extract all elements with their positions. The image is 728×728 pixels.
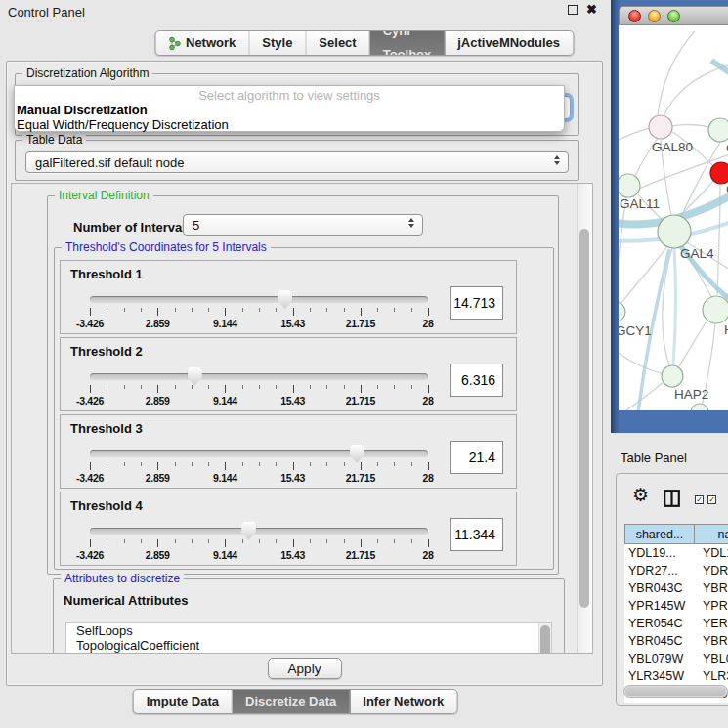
network-edge (621, 246, 667, 304)
attribute-item-topologicalcoefficient[interactable]: TopologicalCoefficient (66, 638, 551, 653)
threshold-slider[interactable]: -3.4262.8599.14415.4321.71528 (90, 415, 428, 490)
slider-scale-labels: -3.4262.8599.14415.4321.71528 (90, 472, 428, 484)
column-layout-icon[interactable] (664, 490, 680, 507)
tab-jactivemnodules[interactable]: jActiveMNodules (445, 31, 573, 55)
close-icon[interactable]: ✖ (586, 5, 597, 15)
table-row[interactable]: YER054CYER0 (624, 615, 728, 632)
scale-label: 21.715 (346, 395, 375, 407)
table-data-combobox[interactable]: galFiltered.sif default node (25, 151, 569, 173)
network-node[interactable] (649, 115, 672, 139)
slider-thumb-icon[interactable] (350, 445, 364, 463)
scale-label: 2.859 (146, 318, 170, 329)
table-row[interactable]: YBR043CYBR0 (624, 579, 728, 597)
cell-shared-name: YPR145W (624, 597, 695, 615)
tab-label-style: Style (262, 31, 292, 55)
table-row[interactable]: YDL19...YDL1 (624, 544, 728, 562)
tab-cyni-toolbox[interactable]: Cyni Toolbox (370, 31, 446, 55)
tab-label-network: Network (186, 31, 236, 55)
table-row[interactable]: YBR045CYBR0 (624, 632, 728, 650)
scale-label: -3.426 (76, 549, 104, 561)
scrollbar-thumb[interactable] (625, 687, 726, 696)
numerical-attributes-list: SelfLoopsTopologicalCoefficientBetweenne… (65, 622, 552, 654)
slider-track[interactable] (90, 528, 428, 535)
threshold-slider[interactable]: -3.4262.8599.14415.4321.71528 (90, 261, 428, 335)
table-horizontal-scrollbar[interactable] (623, 685, 728, 698)
combo-stepper-icon[interactable] (408, 218, 414, 228)
checked-checkbox-icon[interactable]: ✓ (707, 495, 716, 504)
threshold-slider[interactable]: -3.4262.8599.14415.4321.71528 (90, 492, 428, 567)
cell-name: YPR1 (695, 597, 728, 615)
scale-label: 28 (422, 549, 433, 561)
attributes-list-scrollbar[interactable] (538, 623, 551, 654)
apply-button[interactable]: Apply (268, 658, 342, 679)
network-node[interactable] (658, 215, 691, 248)
minimize-traffic-light-icon[interactable] (648, 10, 661, 22)
algorithm-dropdown-popup: Select algorithm to view settings Manual… (14, 85, 565, 132)
slider-track[interactable] (90, 373, 428, 380)
scrollbar-thumb[interactable] (579, 229, 589, 608)
threshold-value-field[interactable]: 11.344 (450, 518, 503, 551)
float-window-icon[interactable] (568, 5, 578, 15)
close-traffic-light-icon[interactable] (628, 10, 641, 22)
network-graph[interactable]: GAL80GACGAL11GAL4GCY1HHAP2 (619, 25, 728, 410)
threshold-slider[interactable]: -3.4262.8599.14415.4321.71528 (90, 338, 428, 412)
column-header-name[interactable]: na (695, 524, 728, 544)
zoom-traffic-light-icon[interactable] (667, 10, 680, 22)
network-window-titlebar[interactable] (619, 6, 728, 25)
attribute-item-selfloops[interactable]: SelfLoops (66, 623, 551, 638)
threshold-value-field[interactable]: 14.713 (450, 286, 503, 320)
slider-thumb-icon[interactable] (188, 367, 202, 386)
tab-label-jactivemnodules: jActiveMNodules (457, 31, 560, 55)
number-of-intervals-combobox[interactable]: 5 (183, 214, 423, 236)
settings-vertical-scrollbar[interactable] (577, 184, 592, 653)
scale-label: 21.715 (346, 472, 375, 484)
checked-checkbox-icon[interactable]: ✓ (695, 495, 704, 504)
algorithm-option-equal-width-frequency-discretization[interactable]: Equal Width/Frequency Discretization (15, 117, 564, 132)
tab-network[interactable]: Network (155, 31, 249, 55)
tab-discretize-data[interactable]: Discretize Data (233, 690, 350, 713)
network-node[interactable] (619, 302, 625, 321)
threshold-panel-4: Threshold 4-3.4262.8599.14415.4321.71528… (60, 492, 517, 566)
column-header-shared[interactable]: shared... (624, 524, 695, 544)
table-row[interactable]: YPR145WYPR1 (624, 597, 728, 615)
network-edge (619, 348, 664, 374)
network-node-label: HAP2 (674, 387, 708, 402)
threshold-value-field[interactable]: 21.4 (450, 441, 503, 474)
threshold-value-field[interactable]: 6.316 (450, 364, 503, 397)
table-data-combobox-value: galFiltered.sif default node (35, 155, 184, 170)
network-node[interactable] (619, 174, 640, 197)
attribute-item-betweennesscentrality[interactable]: BetweennessCentrality (66, 653, 551, 654)
numerical-attributes-label: Numerical Attributes (64, 593, 188, 608)
scale-label: 2.859 (146, 395, 170, 407)
cell-shared-name: YER054C (624, 615, 695, 632)
table-panel-title: Table Panel (621, 450, 687, 465)
table-row[interactable]: YLR345WYLR3 (624, 667, 728, 685)
table-row[interactable]: YDR27...YDR2 (624, 562, 728, 579)
network-node[interactable] (710, 162, 728, 184)
cell-name: YDR2 (695, 562, 728, 579)
network-view-canvas[interactable]: GAL80GACGAL11GAL4GCY1HHAP2 (619, 25, 728, 410)
network-node[interactable] (691, 404, 708, 410)
slider-track[interactable] (90, 450, 428, 457)
network-thick-edge (673, 248, 676, 365)
network-window-frame[interactable]: GAL80GACGAL11GAL4GCY1HHAP2 (611, 0, 728, 433)
slider-scale-labels: -3.4262.8599.14415.4321.71528 (90, 549, 428, 561)
network-node[interactable] (708, 118, 728, 142)
tab-style[interactable]: Style (249, 31, 306, 55)
cell-shared-name: YDR27... (624, 562, 695, 579)
scale-label: 21.715 (346, 549, 375, 561)
algorithm-option-manual-discretization[interactable]: Manual Discretization (15, 103, 564, 117)
interval-definition-title: Interval Definition (55, 189, 153, 202)
slider-track[interactable] (90, 296, 428, 303)
tab-infer-network[interactable]: Infer Network (350, 690, 456, 713)
gear-icon[interactable]: ⚙ (632, 486, 649, 504)
slider-thumb-icon[interactable] (278, 290, 292, 309)
combo-stepper-icon[interactable] (554, 155, 560, 165)
table-row[interactable]: YBL079WYBL0 (624, 650, 728, 667)
top-tab-bar: NetworkStyleSelectCyni ToolboxjActiveMNo… (154, 30, 574, 56)
network-node[interactable] (662, 365, 683, 387)
slider-thumb-icon[interactable] (241, 522, 256, 540)
tab-select[interactable]: Select (306, 31, 369, 55)
network-node[interactable] (703, 296, 728, 323)
tab-impute-data[interactable]: Impute Data (134, 690, 233, 713)
